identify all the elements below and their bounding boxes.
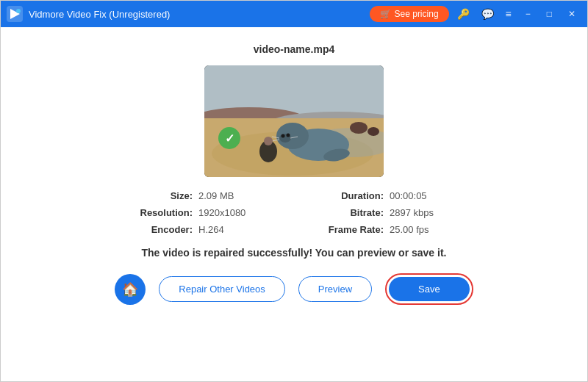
success-message: The video is repaired successfully! You … (142, 247, 447, 259)
duration-value: 00:00:05 (390, 190, 485, 201)
bitrate-value: 2897 kbps (390, 207, 485, 218)
main-content: video-name.mp4 (1, 27, 587, 382)
video-filename: video-name.mp4 (254, 43, 334, 55)
success-badge: ✓ (210, 127, 248, 171)
resolution-value: 1920x1080 (198, 207, 316, 218)
size-label: Size: (103, 190, 198, 201)
size-value: 2.09 MB (198, 190, 316, 201)
preview-button[interactable]: Preview (298, 276, 372, 302)
svg-point-18 (350, 122, 368, 134)
app-title: Vidmore Video Fix (Unregistered) (29, 9, 370, 20)
bitrate-label: Bitrate: (316, 207, 390, 218)
svg-point-21 (264, 137, 273, 145)
title-bar-actions: 🛒 See pricing 🔑 💬 ≡ − □ ✕ (370, 6, 581, 22)
video-preview: ✓ (204, 65, 384, 177)
encoder-label: Encoder: (103, 224, 198, 235)
see-pricing-button[interactable]: 🛒 See pricing (370, 6, 449, 22)
save-button-wrapper: Save (385, 273, 473, 305)
framerate-value: 25.00 fps (390, 224, 485, 235)
resolution-label: Resolution: (103, 207, 198, 218)
svg-point-12 (282, 134, 285, 138)
menu-button[interactable]: ≡ (502, 7, 515, 21)
duration-label: Duration: (316, 190, 390, 201)
framerate-label: Frame Rate: (316, 224, 390, 235)
repair-other-button[interactable]: Repair Other Videos (159, 276, 285, 302)
svg-point-2 (16, 9, 21, 13)
app-logo (7, 6, 23, 22)
maximize-button[interactable]: □ (541, 7, 558, 21)
bottom-actions: 🏠 Repair Other Videos Preview Save (115, 273, 473, 305)
key-button[interactable]: 🔑 (453, 7, 473, 21)
home-icon: 🏠 (122, 281, 138, 298)
title-bar: Vidmore Video Fix (Unregistered) 🛒 See p… (1, 1, 587, 27)
chat-button[interactable]: 💬 (478, 7, 498, 21)
cart-icon: 🛒 (380, 9, 391, 19)
encoder-value: H.264 (198, 224, 316, 235)
svg-point-13 (287, 134, 290, 137)
video-info-table: Size: 2.09 MB Duration: 00:00:05 Resolut… (103, 190, 485, 235)
minimize-button[interactable]: − (520, 7, 537, 21)
home-button[interactable]: 🏠 (115, 274, 146, 305)
checkmark-icon: ✓ (218, 127, 240, 149)
save-button[interactable]: Save (389, 277, 470, 301)
close-button[interactable]: ✕ (562, 7, 581, 21)
svg-point-19 (368, 127, 379, 136)
